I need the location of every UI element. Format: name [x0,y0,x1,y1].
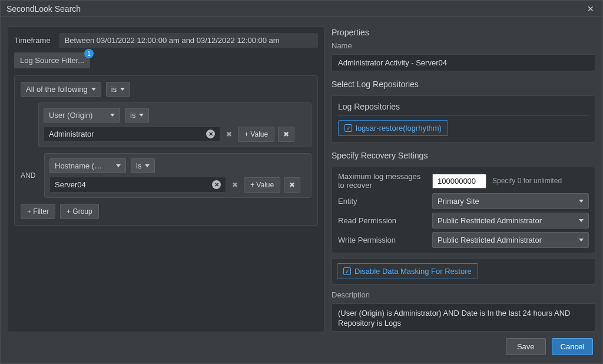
checkbox-icon [344,124,352,132]
secondlook-search-dialog: SecondLook Search ✕ Timeframe Between 03… [0,0,603,364]
value-input[interactable]: Server04 ✕ [49,177,226,193]
add-filter-button[interactable]: + Filter [21,204,55,219]
chevron-down-icon [139,114,144,117]
filter-clause: User (Origin) is Administrator ✕ [38,102,312,147]
remove-value-icon[interactable]: ✖ [230,180,240,190]
name-label: Name [332,41,595,50]
chevron-down-icon [120,88,125,91]
operator-dropdown[interactable]: is [106,82,130,97]
repos-title: Select Log Repositories [332,80,595,89]
close-icon[interactable]: ✕ [585,3,597,15]
save-button[interactable]: Save [506,338,546,355]
read-permission-dropdown[interactable]: Public Restricted Administrator [432,213,589,229]
write-permission-label: Write Permission [338,236,426,244]
chevron-down-icon [579,200,584,203]
recovery-settings: Maximum log messages to recover Specify … [332,167,595,253]
checkbox-icon [343,267,351,275]
clear-icon[interactable]: ✕ [206,130,215,138]
titlebar: SecondLook Search ✕ [1,1,602,17]
and-label: AND [21,171,39,180]
remove-value-icon[interactable]: ✖ [224,129,234,140]
add-group-button[interactable]: + Group [60,204,99,219]
remove-clause-icon[interactable]: ✖ [278,127,294,142]
chevron-down-icon [579,219,584,222]
remove-clause-icon[interactable]: ✖ [284,177,300,193]
max-messages-input[interactable] [432,174,486,188]
repositories-box: Log Repositories logsar-restore(logrhyth… [332,95,595,143]
match-mode-dropdown[interactable]: All of the following [21,82,101,97]
repository-chip[interactable]: logsar-restore(logrhythm) [338,120,448,136]
filter-clause: Hostname (Ori... is Server04 [44,153,312,198]
entity-label: Entity [338,197,426,206]
cancel-button[interactable]: Cancel [552,338,593,355]
filter-builder: All of the following is User (Origin) [14,75,318,226]
add-value-button[interactable]: + Value [238,127,274,142]
value-input[interactable]: Administrator ✕ [44,126,220,142]
disable-data-masking-toggle[interactable]: Disable Data Masking For Restore [337,263,478,279]
chevron-down-icon [116,164,121,167]
tab-log-source-filter[interactable]: Log Source Filter... 1 [14,52,90,68]
clear-icon[interactable]: ✕ [212,180,221,189]
op-dropdown[interactable]: is [125,108,149,123]
description-label: Description [332,290,595,299]
description-textarea[interactable]: (User (Origin) is Administrator) AND Dat… [332,303,595,332]
timeframe-label: Timeframe [14,36,54,45]
entity-dropdown[interactable]: Primary Site [432,193,589,209]
add-value-button[interactable]: + Value [244,177,280,193]
query-builder-panel: Timeframe Between 03/01/2022 12:00:00 am… [8,27,324,332]
data-masking-box: Disable Data Masking For Restore [332,258,595,284]
tab-label: Log Source Filter... [20,56,84,65]
chevron-down-icon [110,114,115,117]
tab-badge: 1 [84,49,94,58]
window-title: SecondLook Search [6,4,81,14]
max-messages-label: Maximum log messages to recover [338,172,426,190]
dialog-footer: Save Cancel [1,332,602,363]
recovery-title: Specify Recovery Settings [332,151,595,160]
chevron-down-icon [145,164,150,167]
field-dropdown[interactable]: User (Origin) [44,108,120,123]
chevron-down-icon [91,88,96,91]
repos-box-title: Log Repositories [338,102,589,115]
max-hint: Specify 0 for unlimited [492,177,562,185]
op-dropdown[interactable]: is [131,158,155,173]
properties-title: Properties [332,28,595,37]
read-permission-label: Read Permission [338,216,426,225]
name-input[interactable] [332,54,595,71]
properties-panel: Properties Name Select Log Repositories … [332,27,595,332]
write-permission-dropdown[interactable]: Public Restricted Administrator [432,232,589,248]
chevron-down-icon [579,239,584,241]
field-dropdown[interactable]: Hostname (Ori... [49,158,126,173]
timeframe-value[interactable]: Between 03/01/2022 12:00:00 am and 03/12… [59,33,318,48]
